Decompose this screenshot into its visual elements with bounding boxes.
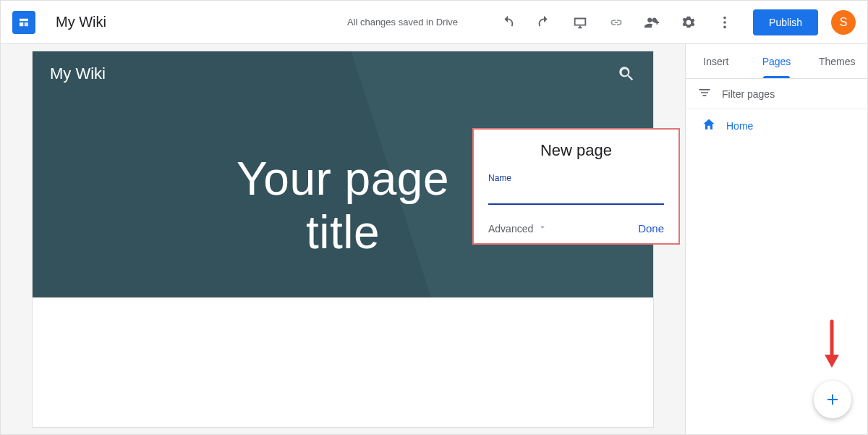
undo-button[interactable]	[493, 7, 523, 38]
top-toolbar: My Wiki All changes saved in Drive Publi…	[1, 1, 867, 44]
link-button[interactable]	[601, 7, 631, 38]
new-page-dialog: New page Name Advanced Done	[472, 128, 680, 245]
more-button[interactable]	[710, 7, 740, 38]
annotation-arrow	[822, 318, 841, 372]
svg-rect-3	[25, 22, 28, 26]
site-search-icon[interactable]	[617, 64, 636, 86]
app-icon[interactable]	[12, 11, 35, 34]
save-status: All changes saved in Drive	[347, 17, 458, 28]
page-item-label: Home	[726, 120, 753, 132]
svg-rect-2	[20, 22, 23, 26]
preview-button[interactable]	[565, 7, 595, 38]
account-avatar[interactable]: S	[831, 10, 856, 35]
home-icon	[702, 117, 716, 134]
done-button[interactable]: Done	[638, 222, 664, 235]
tab-insert[interactable]: Insert	[686, 44, 746, 78]
site-title[interactable]: My Wiki	[50, 64, 106, 83]
publish-button[interactable]: Publish	[753, 9, 818, 35]
tab-themes[interactable]: Themes	[807, 44, 867, 78]
dialog-title: New page	[488, 141, 664, 160]
svg-point-6	[723, 25, 726, 28]
filter-pages-label: Filter pages	[722, 88, 775, 100]
page-name-input[interactable]	[488, 183, 664, 205]
svg-rect-1	[20, 18, 28, 20]
share-button[interactable]	[637, 7, 668, 38]
side-panel: Insert Pages Themes Filter pages Home	[685, 44, 867, 434]
redo-button[interactable]	[529, 7, 559, 38]
svg-point-5	[723, 21, 726, 24]
name-field-label: Name	[488, 173, 664, 183]
svg-marker-8	[825, 355, 839, 368]
advanced-label: Advanced	[488, 223, 533, 235]
tab-pages[interactable]: Pages	[746, 44, 807, 78]
settings-button[interactable]	[673, 7, 704, 38]
filter-pages-row[interactable]: Filter pages	[686, 79, 867, 109]
document-title[interactable]: My Wiki	[56, 14, 106, 30]
advanced-toggle[interactable]: Advanced	[488, 222, 548, 235]
filter-icon	[697, 85, 712, 102]
svg-point-4	[723, 16, 726, 19]
add-page-fab[interactable]	[814, 381, 851, 418]
page-item-home[interactable]: Home	[686, 109, 867, 142]
side-panel-tabs: Insert Pages Themes	[686, 44, 867, 79]
chevron-down-icon	[537, 222, 548, 235]
